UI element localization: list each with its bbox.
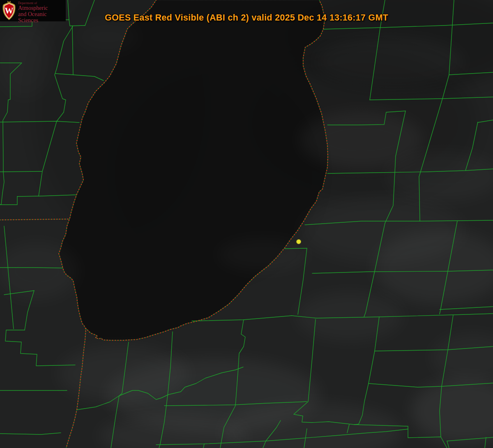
satellite-viewer: W Department of Atmospheric and Oceanic … [0,0,493,448]
county-boundary-west-h-1055 [0,433,61,434]
logo-line1: Atmospheric [18,5,66,11]
image-title: GOES East Red Visible (ABI ch 2) valid 2… [0,13,493,23]
county-boundary-sw-staircase [5,330,75,366]
county-boundary-west-h-477-step [0,196,17,205]
county-boundary-west-h-418 [0,171,42,172]
cloud-patch [218,238,308,271]
logo-department-label: Department of [18,1,66,5]
cloud-patch [411,378,493,444]
cloud-patch [431,333,493,382]
satellite-map [0,0,493,448]
county-boundary-east-stub-750 [440,307,493,309]
county-boundary-ne-stub-295 [478,120,493,122]
location-marker [297,240,301,244]
county-boundary-east-h-604 [285,248,307,249]
state-boundary-dotted [0,219,70,220]
cloud-patch [316,37,464,86]
